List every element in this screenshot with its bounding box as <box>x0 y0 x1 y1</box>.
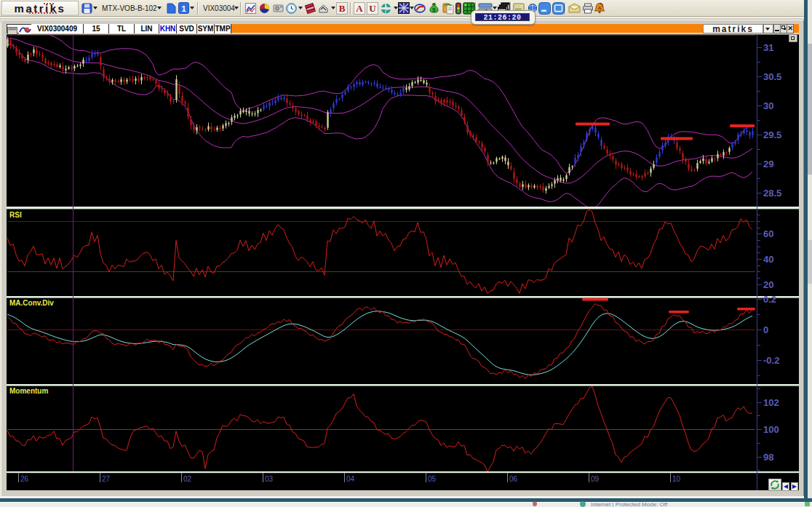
svg-text:RSI: RSI <box>9 211 22 219</box>
svg-text:98: 98 <box>763 452 773 463</box>
svg-text:05: 05 <box>428 475 437 483</box>
svg-text:29.5: 29.5 <box>763 129 781 140</box>
svg-text:0.2: 0.2 <box>763 294 776 305</box>
svg-text:20: 20 <box>763 279 773 290</box>
svg-text:02: 02 <box>183 475 192 483</box>
svg-text:28.5: 28.5 <box>763 188 781 199</box>
svg-text:04: 04 <box>346 475 355 483</box>
svg-text:60: 60 <box>763 228 773 239</box>
svg-text:10: 10 <box>672 475 681 483</box>
svg-text:MA.Conv.Div: MA.Conv.Div <box>9 299 54 307</box>
svg-text:30.5: 30.5 <box>763 71 781 82</box>
svg-text:26: 26 <box>20 475 29 483</box>
svg-text:27: 27 <box>102 475 111 483</box>
svg-text:102: 102 <box>763 397 779 408</box>
svg-text:29: 29 <box>763 159 773 169</box>
svg-text:40: 40 <box>763 254 773 265</box>
svg-text:0: 0 <box>763 324 768 335</box>
svg-text:100: 100 <box>763 424 779 435</box>
svg-text:30: 30 <box>763 100 773 111</box>
svg-text:06: 06 <box>509 475 518 483</box>
svg-text:31: 31 <box>763 42 773 53</box>
svg-text:-0.2: -0.2 <box>763 355 779 366</box>
svg-text:03: 03 <box>265 475 274 483</box>
svg-text:09: 09 <box>591 475 600 483</box>
svg-text:Momentum: Momentum <box>9 387 48 395</box>
